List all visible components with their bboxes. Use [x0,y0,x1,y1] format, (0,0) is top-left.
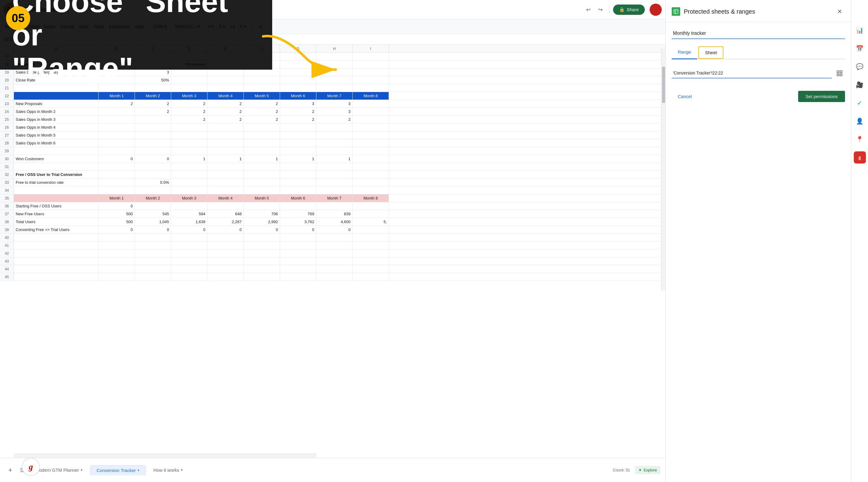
cell[interactable]: Month 7 [316,194,353,202]
cell[interactable] [14,234,99,241]
cell[interactable] [280,202,316,210]
cell[interactable]: Month 2 [135,92,171,100]
cell[interactable] [280,273,316,281]
cell[interactable] [280,61,316,68]
cell[interactable] [280,250,316,257]
cell[interactable] [135,250,171,257]
cell[interactable]: 1 [316,155,353,163]
cell[interactable]: 0 [99,202,135,210]
cell[interactable]: Month 6 [280,92,316,100]
cell[interactable] [99,179,135,186]
cell[interactable] [244,257,280,265]
cell[interactable]: 0 [99,155,135,163]
cell[interactable]: Month 4 [208,92,244,100]
cell[interactable]: 3 [316,108,353,115]
table-row[interactable]: 24Sales Opps in Month 2222223 [0,108,665,116]
cell[interactable] [353,76,389,84]
cell[interactable]: Month 5 [244,194,280,202]
cell[interactable] [353,265,389,273]
cell[interactable] [316,250,353,257]
sheet-name-input[interactable] [672,28,845,39]
cell[interactable] [280,171,316,178]
sidebar-maps-icon[interactable]: 📍 [854,133,866,145]
cell[interactable] [244,202,280,210]
cell[interactable] [280,53,316,60]
cell[interactable] [99,250,135,257]
cell[interactable]: 648 [208,210,244,218]
cell[interactable]: 500 [99,210,135,218]
cell[interactable]: 5, [353,218,389,226]
cell[interactable]: 500 [99,218,135,226]
cell[interactable] [316,139,353,147]
cell[interactable]: Month 3 [171,92,208,100]
cell[interactable]: 2,992 [244,218,280,226]
table-row[interactable]: 31 [0,163,665,171]
cell[interactable] [353,179,389,186]
cell[interactable] [171,242,208,249]
cell[interactable]: Sales Opps in Month 4 [14,123,99,131]
cell[interactable] [353,250,389,257]
cell[interactable] [353,163,389,170]
cell[interactable] [316,265,353,273]
tab-range[interactable]: Range [672,46,697,59]
cell[interactable]: 3 [280,100,316,108]
cell[interactable] [171,265,208,273]
scroll-thumb-v[interactable] [662,66,665,103]
cell[interactable]: 2 [316,116,353,123]
cell[interactable] [316,53,353,60]
cell[interactable]: Free / OSS User to Trial Conversion [14,171,99,178]
cell[interactable] [353,132,389,139]
cell[interactable] [280,242,316,249]
cell[interactable] [353,53,389,60]
cell[interactable] [316,202,353,210]
cell[interactable] [171,187,208,194]
cell[interactable] [208,139,244,147]
cell[interactable]: 2 [99,100,135,108]
cell[interactable] [244,234,280,241]
table-row[interactable]: 42 [0,250,665,257]
cell[interactable]: 1 [280,155,316,163]
cell[interactable] [208,171,244,178]
cell[interactable]: 2,287 [208,218,244,226]
cell[interactable]: 1,045 [135,218,171,226]
add-sheet-button[interactable]: + [5,465,16,476]
table-row[interactable]: 34 [0,187,665,194]
cancel-button[interactable]: Cancel [672,91,698,102]
cell[interactable] [135,116,171,123]
cell[interactable]: Month 2 [135,194,171,202]
table-row[interactable]: 29 [0,147,665,155]
cell[interactable] [171,139,208,147]
cell[interactable] [171,202,208,210]
cell[interactable] [208,163,244,170]
cell[interactable] [99,108,135,115]
sidebar-chat-icon[interactable]: 💬 [854,61,866,73]
sidebar-tasks-icon[interactable]: ✓ [854,97,866,109]
cell[interactable] [135,257,171,265]
cell[interactable] [244,242,280,249]
cell[interactable] [353,61,389,68]
sidebar-grammarly-icon[interactable]: g [854,151,866,164]
table-row[interactable]: 41 [0,242,665,250]
cell[interactable]: Starting Free / OSS Users [14,202,99,210]
cell[interactable] [353,273,389,281]
cell[interactable] [171,132,208,139]
cell[interactable]: 0 [244,226,280,233]
cell[interactable] [244,187,280,194]
cell[interactable] [14,265,99,273]
cell[interactable] [208,179,244,186]
cell[interactable] [99,187,135,194]
table-row[interactable]: 30Won Customers0011111 [0,155,665,163]
cell[interactable] [135,265,171,273]
cell[interactable] [208,234,244,241]
tab-how-it-works[interactable]: How it works ▾ [147,465,189,475]
cell[interactable]: New Free Users [14,210,99,218]
explore-button[interactable]: ✦ Explore [635,466,660,474]
cell[interactable]: 1 [244,155,280,163]
cell[interactable] [14,250,99,257]
cell[interactable] [316,132,353,139]
cell[interactable] [353,116,389,123]
cell[interactable]: Sales Opps in Month 6 [14,139,99,147]
cell[interactable] [171,250,208,257]
table-row[interactable]: 25Sales Opps in Month 322222 [0,116,665,123]
cell[interactable] [135,139,171,147]
